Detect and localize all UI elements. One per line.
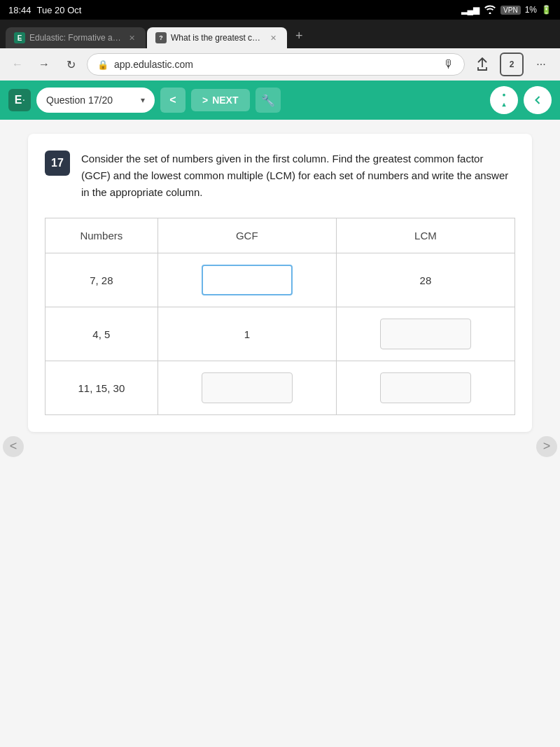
gcf-cell-2: 1 <box>158 307 336 361</box>
col-header-lcm: LCM <box>336 218 514 253</box>
question-selector-label: Question 17/20 <box>46 95 113 106</box>
table-row: 4, 5 1 <box>46 307 515 361</box>
logo-dot: · <box>22 97 24 104</box>
question-number-badge: 17 <box>45 151 70 176</box>
address-bar-row: ← → ↻ 🔒 app.edulastic.com 🎙 2 ··· <box>0 48 560 81</box>
col-header-gcf: GCF <box>158 218 336 253</box>
numbers-value-3: 11, 15, 30 <box>78 382 125 394</box>
numbers-cell-1: 7, 28 <box>46 253 158 307</box>
wifi-icon <box>484 4 496 16</box>
question-info-button[interactable]: i <box>118 92 135 109</box>
next-question-button[interactable]: > NEXT <box>191 89 250 111</box>
address-text: app.edulastic.com <box>114 59 438 70</box>
lcm-input-3[interactable] <box>380 372 471 403</box>
app-toolbar: E· Question 17/20 i ▾ < > NEXT 🔧 <box>0 81 560 120</box>
forward-nav-button[interactable]: → <box>34 54 55 75</box>
next-arrow-icon: > <box>202 95 208 106</box>
gcf-cell-3[interactable] <box>158 361 336 415</box>
numbers-cell-3: 11, 15, 30 <box>46 361 158 415</box>
battery-display: 1% <box>525 5 537 15</box>
date-display: Tue 20 Oct <box>37 5 82 15</box>
tab-question-label: What is the greatest com <box>171 33 263 43</box>
question-selector[interactable]: Question 17/20 i ▾ <box>36 88 155 113</box>
svg-point-0 <box>503 94 505 97</box>
right-nav-arrow[interactable]: > <box>536 436 557 457</box>
edulastic-logo: E· <box>8 89 31 111</box>
main-content: < > 17 Consider the set of numbers given… <box>0 120 560 747</box>
toolbar-back-button[interactable] <box>524 86 552 114</box>
lock-icon: 🔒 <box>97 60 108 70</box>
numbers-value-1: 7, 28 <box>90 274 113 286</box>
new-tab-button[interactable]: + <box>288 24 310 48</box>
lcm-input-2[interactable] <box>380 319 471 349</box>
question-header: 17 Consider the set of numbers given in … <box>45 151 515 201</box>
tabs-count-label: 2 <box>510 60 514 69</box>
question-card: 17 Consider the set of numbers given in … <box>28 134 532 432</box>
tab-edulastic-label: Edulastic: Formative and <box>29 33 122 43</box>
microphone-icon[interactable]: 🎙 <box>443 58 454 71</box>
lcm-cell-3[interactable] <box>336 361 514 415</box>
time-display: 18:44 <box>8 5 31 15</box>
gcf-value-2: 1 <box>244 328 250 340</box>
numbers-value-2: 4, 5 <box>92 328 110 340</box>
prev-question-button[interactable]: < <box>160 88 186 113</box>
table-row: 7, 28 28 <box>46 253 515 307</box>
tab-question[interactable]: ? What is the greatest com ✕ <box>147 27 287 48</box>
browser-chrome: E Edulastic: Formative and ✕ ? What is t… <box>0 20 560 81</box>
lcm-value-1: 28 <box>420 274 432 286</box>
share-button[interactable] <box>470 53 494 76</box>
address-bar[interactable]: 🔒 app.edulastic.com 🎙 <box>87 53 465 76</box>
question-favicon: ? <box>155 32 167 43</box>
battery-icon: 🔋 <box>541 5 552 15</box>
question-text: Consider the set of numbers given in the… <box>81 151 515 201</box>
col-header-numbers: Numbers <box>46 218 158 253</box>
more-options-button[interactable]: ··· <box>529 53 553 76</box>
chevron-down-icon: ▾ <box>141 95 145 105</box>
tab-bar: E Edulastic: Formative and ✕ ? What is t… <box>0 20 560 48</box>
numbers-cell-2: 4, 5 <box>46 307 158 361</box>
lcm-cell-1: 28 <box>336 253 514 307</box>
vpn-badge: VPN <box>500 6 521 15</box>
signal-icon: ▂▄▆ <box>461 5 480 15</box>
question-number: 17 <box>51 157 64 169</box>
accessibility-button[interactable] <box>490 86 518 114</box>
table-row: 11, 15, 30 <box>46 361 515 415</box>
tools-button[interactable]: 🔧 <box>255 88 281 113</box>
tab-edulastic[interactable]: E Edulastic: Formative and ✕ <box>6 27 146 48</box>
gcf-lcm-table: Numbers GCF LCM 7, 28 28 <box>45 218 515 415</box>
next-button-label: NEXT <box>212 95 238 106</box>
gcf-cell-1[interactable] <box>158 253 336 307</box>
tab-edulastic-close[interactable]: ✕ <box>126 32 137 43</box>
tabs-count-button[interactable]: 2 <box>500 53 524 76</box>
status-bar: 18:44 Tue 20 Oct ▂▄▆ VPN 1% 🔋 <box>0 0 560 20</box>
edulastic-favicon: E <box>14 32 25 43</box>
gcf-input-3[interactable] <box>202 372 293 403</box>
table-header-row: Numbers GCF LCM <box>46 218 515 253</box>
lcm-cell-2[interactable] <box>336 307 514 361</box>
back-nav-button[interactable]: ← <box>7 54 28 75</box>
refresh-button[interactable]: ↻ <box>60 54 81 75</box>
gcf-input-1[interactable] <box>202 265 293 295</box>
left-nav-arrow[interactable]: < <box>3 436 24 457</box>
tab-question-close[interactable]: ✕ <box>267 32 279 43</box>
